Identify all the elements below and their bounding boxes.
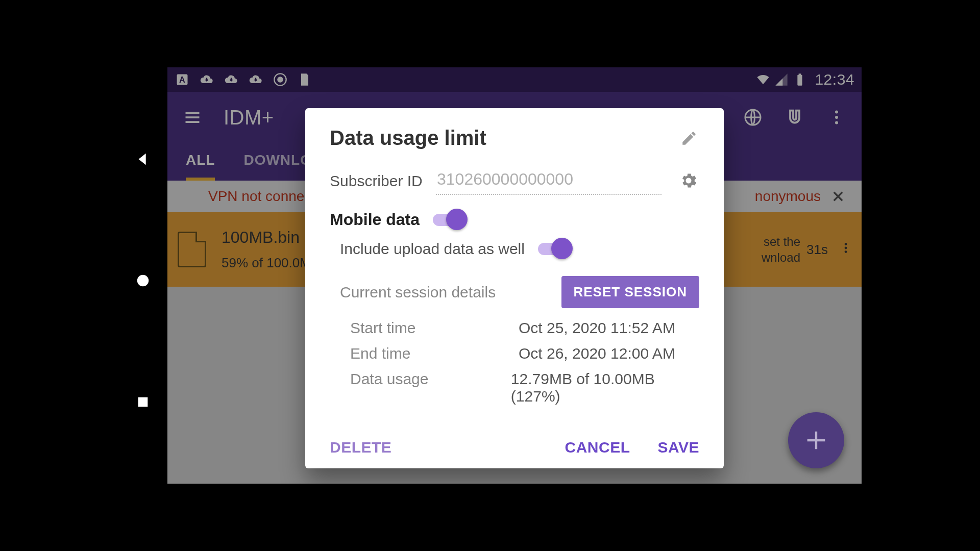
subscriber-id-label: Subscriber ID bbox=[330, 172, 427, 190]
add-fab-button[interactable] bbox=[788, 412, 844, 468]
mobile-data-label: Mobile data bbox=[330, 210, 420, 229]
include-upload-toggle[interactable] bbox=[538, 243, 570, 255]
svg-rect-1 bbox=[138, 397, 148, 407]
svg-point-0 bbox=[137, 275, 149, 287]
data-usage-value: 12.79MB of 10.00MB (127%) bbox=[511, 370, 699, 405]
home-button[interactable] bbox=[133, 270, 153, 291]
include-upload-label: Include upload data as well bbox=[340, 240, 525, 258]
end-time-label: End time bbox=[350, 345, 519, 362]
cancel-button[interactable]: CANCEL bbox=[565, 439, 630, 456]
gear-icon[interactable] bbox=[679, 171, 699, 191]
reset-session-button[interactable]: RESET SESSION bbox=[561, 276, 700, 308]
recent-apps-button[interactable] bbox=[133, 392, 153, 412]
data-usage-label: Data usage bbox=[350, 370, 511, 405]
end-time-value: Oct 26, 2020 12:00 AM bbox=[519, 345, 675, 362]
mobile-data-toggle[interactable] bbox=[433, 214, 464, 226]
edit-icon[interactable] bbox=[679, 128, 699, 148]
android-navigation-bar bbox=[118, 67, 167, 484]
start-time-value: Oct 25, 2020 11:52 AM bbox=[519, 319, 675, 337]
start-time-label: Start time bbox=[350, 319, 519, 337]
dialog-title: Data usage limit bbox=[330, 127, 679, 149]
save-button[interactable]: SAVE bbox=[658, 439, 699, 456]
data-usage-limit-dialog: Data usage limit Subscriber ID 310260000… bbox=[305, 108, 724, 468]
session-details-header: Current session details bbox=[340, 284, 496, 301]
back-button[interactable] bbox=[133, 149, 153, 169]
subscriber-id-field[interactable]: 310260000000000 bbox=[436, 167, 662, 195]
delete-button[interactable]: DELETE bbox=[330, 439, 391, 456]
